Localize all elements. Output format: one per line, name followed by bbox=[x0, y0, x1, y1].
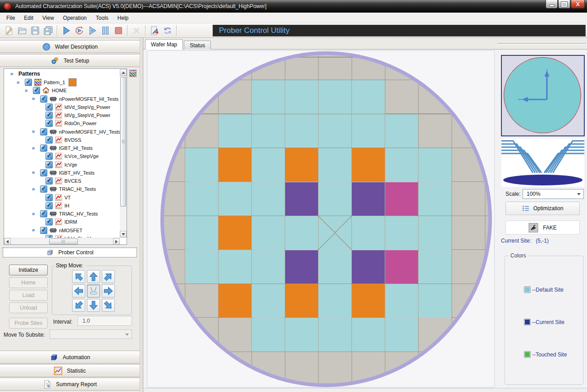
wafer-site-default-site[interactable] bbox=[285, 216, 318, 250]
tree-item-bvces[interactable]: BVCES bbox=[4, 177, 127, 185]
step-left-arrow-button[interactable] bbox=[72, 284, 85, 297]
wafer-site-orange-site[interactable] bbox=[352, 284, 385, 318]
wafer-site-default-site[interactable] bbox=[319, 250, 351, 284]
toolbar-run-button[interactable] bbox=[59, 25, 73, 36]
wafer-site-magenta-site[interactable] bbox=[385, 182, 418, 216]
wafer-site-magenta-site[interactable] bbox=[385, 250, 418, 284]
wafer-site-default-site[interactable] bbox=[385, 318, 418, 352]
scroll-thumb[interactable] bbox=[49, 239, 78, 244]
checkbox[interactable] bbox=[46, 112, 53, 119]
wafer-site-default-site[interactable] bbox=[385, 114, 418, 148]
step-center-button[interactable] bbox=[87, 284, 100, 297]
wafer-site-default-site[interactable] bbox=[252, 182, 285, 216]
wafer-site-default-site[interactable] bbox=[285, 318, 318, 352]
test-setup-button[interactable]: Test Setup bbox=[0, 54, 140, 67]
scroll-thumb[interactable] bbox=[120, 77, 126, 207]
tree-item-npowermosfet-hi-tests[interactable]: »nPowerMOSFET_HI_Tests bbox=[4, 95, 127, 103]
wafer-site-default-site[interactable] bbox=[385, 216, 418, 250]
expander-icon[interactable]: » bbox=[9, 71, 15, 77]
tree-item-vt[interactable]: VT bbox=[4, 194, 127, 202]
wafer-site-default-site[interactable] bbox=[319, 182, 351, 216]
checkbox[interactable] bbox=[46, 161, 53, 168]
probe-sites-button[interactable]: Probe Sites bbox=[9, 318, 48, 329]
wafer-site-default-site[interactable] bbox=[419, 216, 451, 250]
wafer-site-default-site[interactable] bbox=[319, 284, 351, 318]
menu-tools[interactable]: Tools bbox=[91, 14, 113, 23]
wafer-site-purple-site[interactable] bbox=[285, 250, 318, 284]
wafer-site-default-site[interactable] bbox=[419, 182, 451, 216]
menu-file[interactable]: File bbox=[2, 14, 19, 23]
minimize-button[interactable] bbox=[546, 0, 558, 9]
scroll-down-button[interactable] bbox=[120, 231, 127, 238]
tab-wafer-map[interactable]: Wafer Map bbox=[145, 39, 183, 50]
checkbox[interactable] bbox=[33, 87, 40, 94]
expander-icon[interactable]: » bbox=[30, 170, 36, 176]
scroll-up-button[interactable] bbox=[120, 69, 127, 76]
checkbox[interactable] bbox=[40, 185, 47, 193]
wafer-site-default-site[interactable] bbox=[352, 114, 385, 148]
maximize-button[interactable] bbox=[558, 0, 570, 9]
checkbox[interactable] bbox=[46, 177, 53, 185]
wafer-site-default-site[interactable] bbox=[252, 114, 285, 148]
wafer-site-purple-site[interactable] bbox=[352, 250, 385, 284]
toolbar-step-button[interactable] bbox=[86, 25, 99, 36]
step-down-arrow-button[interactable] bbox=[87, 299, 100, 312]
tree-item-pattern-1[interactable]: »Pattern_1 bbox=[4, 78, 127, 86]
menu-help[interactable]: Help bbox=[113, 14, 133, 23]
wafer-site-default-site[interactable] bbox=[185, 182, 218, 216]
scale-select[interactable]: 100% bbox=[523, 189, 584, 199]
wafer-description-button[interactable]: Wafer Description bbox=[0, 40, 140, 53]
tree-item-rdson-power[interactable]: RdsOn_Power bbox=[4, 119, 127, 127]
wafer-site-default-site[interactable] bbox=[252, 80, 285, 114]
checkbox[interactable] bbox=[46, 120, 53, 127]
initialize-button[interactable]: Initialize bbox=[9, 265, 48, 275]
scroll-right-button[interactable] bbox=[113, 238, 120, 245]
checkbox[interactable] bbox=[46, 202, 53, 209]
automation-button[interactable]: Automation bbox=[0, 351, 140, 364]
expander-icon[interactable]: » bbox=[30, 96, 36, 102]
toolbar-save-button[interactable] bbox=[28, 25, 41, 36]
wafer-site-default-site[interactable] bbox=[352, 318, 385, 352]
fake-button[interactable]: FAKE bbox=[505, 221, 580, 234]
wafer-site-default-site[interactable] bbox=[185, 148, 218, 182]
wafer-site-default-site[interactable] bbox=[218, 250, 251, 284]
toolbar-restart-button[interactable] bbox=[73, 25, 86, 36]
wafer-site-default-site[interactable] bbox=[185, 216, 218, 250]
wafer-site-default-site[interactable] bbox=[252, 148, 285, 182]
wafer-site-center-cross-site[interactable] bbox=[319, 216, 351, 250]
wafer-site-orange-site[interactable] bbox=[285, 148, 318, 182]
tree-item-icvge[interactable]: IcVge bbox=[4, 161, 127, 169]
expander-icon[interactable]: » bbox=[15, 80, 21, 86]
step-up-arrow-button[interactable] bbox=[87, 270, 100, 283]
wafer-site-purple-site[interactable] bbox=[352, 182, 385, 216]
summary-report-button[interactable]: Summary Report bbox=[0, 378, 140, 391]
wafer-site-default-site[interactable] bbox=[319, 318, 351, 352]
load-button[interactable]: Load bbox=[9, 290, 48, 301]
optimization-button[interactable]: Optimization bbox=[505, 202, 580, 215]
tree-item-idvd-stepvg-power[interactable]: IdVd_StepVg_Power bbox=[4, 103, 127, 111]
menu-edit[interactable]: Edit bbox=[19, 14, 38, 23]
expander-icon[interactable]: » bbox=[30, 186, 36, 192]
wafer-site-default-site[interactable] bbox=[218, 114, 251, 148]
wafer-site-default-site[interactable] bbox=[252, 216, 285, 250]
checkbox[interactable] bbox=[25, 79, 32, 86]
step-down-right-arrow-button[interactable] bbox=[102, 299, 115, 312]
close-button[interactable]: X bbox=[571, 0, 585, 9]
checkbox[interactable] bbox=[40, 210, 47, 217]
scroll-left-button[interactable] bbox=[4, 238, 11, 245]
prober-control-button[interactable]: Prober Control bbox=[3, 248, 137, 257]
tree-item-igbt-hv-tests[interactable]: »IGBT_HV_Tests bbox=[4, 169, 127, 177]
statistic-button[interactable]: Statistic bbox=[0, 364, 140, 377]
wafer-site-default-site[interactable] bbox=[419, 284, 451, 318]
wafer-site-default-site[interactable] bbox=[352, 80, 385, 114]
step-up-left-arrow-button[interactable] bbox=[72, 270, 85, 283]
toolbar-save-all-button[interactable] bbox=[41, 25, 55, 36]
checkbox[interactable] bbox=[46, 153, 53, 160]
wafer-site-default-site[interactable] bbox=[419, 148, 451, 182]
tree-item-bvdss[interactable]: BVDSS bbox=[4, 136, 127, 144]
tree-item-nmosfet[interactable]: »nMOSFET bbox=[4, 226, 127, 234]
toolbar-refresh-button[interactable] bbox=[161, 25, 174, 36]
wafer-site-orange-site[interactable] bbox=[218, 216, 251, 250]
checkbox[interactable] bbox=[46, 136, 53, 144]
wafer-site-orange-site[interactable] bbox=[218, 284, 251, 318]
